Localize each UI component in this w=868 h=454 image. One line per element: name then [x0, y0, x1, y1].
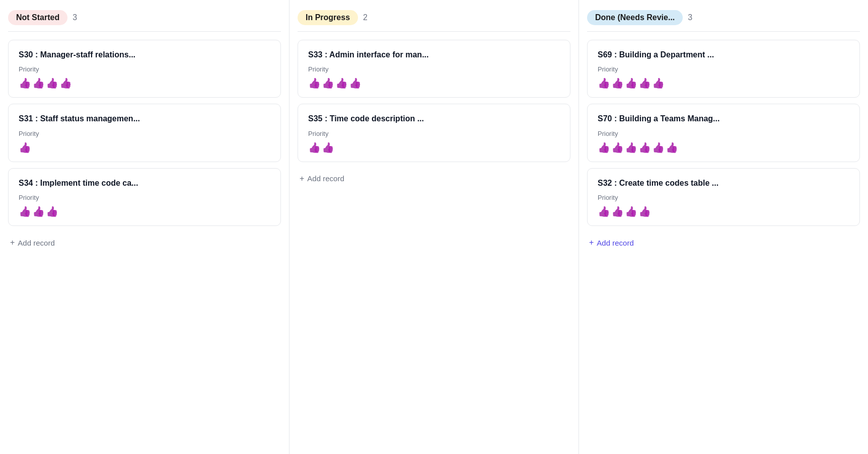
priority-thumbs: 👍👍👍👍	[308, 78, 560, 88]
card-title: S31 : Staff status managemen...	[19, 113, 270, 124]
thumb-icon: 👍	[638, 78, 651, 88]
card-not-started-2[interactable]: S34 : Implement time code ca...Priority👍…	[8, 168, 281, 226]
column-done: Done (Needs Revie...3S69 : Building a De…	[579, 0, 868, 454]
add-record-label: Add record	[307, 174, 344, 183]
thumb-icon: 👍	[625, 206, 637, 216]
thumb-icon: 👍	[46, 78, 58, 88]
card-in-progress-0[interactable]: S33 : Admin interface for man...Priority…	[298, 40, 570, 98]
thumb-icon: 👍	[335, 78, 348, 88]
card-title: S33 : Admin interface for man...	[308, 49, 560, 60]
add-record-label: Add record	[597, 239, 633, 247]
thumb-icon: 👍	[19, 142, 31, 153]
card-priority-label: Priority	[19, 194, 270, 201]
column-count-not-started: 3	[73, 13, 77, 22]
column-badge-done: Done (Needs Revie...	[587, 10, 683, 25]
card-title: S70 : Building a Teams Manag...	[598, 113, 849, 124]
card-priority-label: Priority	[598, 65, 849, 73]
card-priority-label: Priority	[19, 130, 270, 137]
card-done-0[interactable]: S69 : Building a Department ...Priority👍…	[587, 40, 860, 98]
thumb-icon: 👍	[322, 142, 334, 153]
card-priority-label: Priority	[19, 65, 270, 73]
thumb-icon: 👍	[32, 78, 45, 88]
add-record-in-progress[interactable]: +Add record	[298, 170, 570, 187]
add-record-plus-icon: +	[589, 238, 594, 247]
thumb-icon: 👍	[611, 78, 624, 88]
card-title: S34 : Implement time code ca...	[19, 178, 270, 189]
card-priority-label: Priority	[308, 65, 560, 73]
thumb-icon: 👍	[308, 142, 321, 153]
add-record-not-started[interactable]: +Add record	[8, 234, 281, 251]
thumb-icon: 👍	[32, 206, 45, 216]
thumb-icon: 👍	[598, 206, 610, 216]
card-not-started-1[interactable]: S31 : Staff status managemen...Priority👍	[8, 104, 281, 162]
priority-thumbs: 👍	[19, 142, 270, 153]
priority-thumbs: 👍👍👍	[19, 206, 270, 216]
card-priority-label: Priority	[598, 130, 849, 137]
thumb-icon: 👍	[652, 78, 665, 88]
thumb-icon: 👍	[598, 142, 610, 153]
thumb-icon: 👍	[59, 78, 72, 88]
thumb-icon: 👍	[611, 206, 624, 216]
column-badge-in-progress: In Progress	[298, 10, 358, 25]
card-done-2[interactable]: S32 : Create time codes table ...Priorit…	[587, 168, 860, 226]
card-title: S69 : Building a Department ...	[598, 49, 849, 60]
column-header-done: Done (Needs Revie...3	[587, 10, 860, 32]
priority-thumbs: 👍👍👍👍👍	[598, 78, 849, 88]
thumb-icon: 👍	[598, 78, 610, 88]
column-not-started: Not Started3S30 : Manager-staff relation…	[0, 0, 290, 454]
card-title: S35 : Time code description ...	[308, 113, 560, 124]
card-not-started-0[interactable]: S30 : Manager-staff relations...Priority…	[8, 40, 281, 98]
card-title: S30 : Manager-staff relations...	[19, 49, 270, 60]
column-in-progress: In Progress2S33 : Admin interface for ma…	[290, 0, 579, 454]
column-header-not-started: Not Started3	[8, 10, 281, 32]
column-badge-not-started: Not Started	[8, 10, 67, 25]
column-count-done: 3	[688, 13, 692, 22]
priority-thumbs: 👍👍👍👍	[19, 78, 270, 88]
add-record-plus-icon: +	[10, 238, 15, 247]
thumb-icon: 👍	[625, 78, 637, 88]
thumb-icon: 👍	[46, 206, 58, 216]
card-priority-label: Priority	[308, 130, 560, 137]
thumb-icon: 👍	[349, 78, 361, 88]
thumb-icon: 👍	[638, 206, 651, 216]
add-record-label: Add record	[18, 239, 54, 247]
card-title: S32 : Create time codes table ...	[598, 178, 849, 189]
thumb-icon: 👍	[611, 142, 624, 153]
card-in-progress-1[interactable]: S35 : Time code description ...Priority👍…	[298, 104, 570, 162]
thumb-icon: 👍	[666, 142, 678, 153]
thumb-icon: 👍	[308, 78, 321, 88]
thumb-icon: 👍	[652, 142, 665, 153]
add-record-done[interactable]: +Add record	[587, 234, 860, 251]
card-done-1[interactable]: S70 : Building a Teams Manag...Priority👍…	[587, 104, 860, 162]
priority-thumbs: 👍👍	[308, 142, 560, 153]
column-count-in-progress: 2	[363, 13, 368, 22]
add-record-plus-icon: +	[300, 174, 304, 183]
priority-thumbs: 👍👍👍👍👍👍	[598, 142, 849, 153]
column-header-in-progress: In Progress2	[298, 10, 570, 32]
thumb-icon: 👍	[19, 206, 31, 216]
priority-thumbs: 👍👍👍👍	[598, 206, 849, 216]
thumb-icon: 👍	[625, 142, 637, 153]
card-priority-label: Priority	[598, 194, 849, 201]
thumb-icon: 👍	[638, 142, 651, 153]
thumb-icon: 👍	[19, 78, 31, 88]
thumb-icon: 👍	[322, 78, 334, 88]
kanban-board: Not Started3S30 : Manager-staff relation…	[0, 0, 868, 454]
